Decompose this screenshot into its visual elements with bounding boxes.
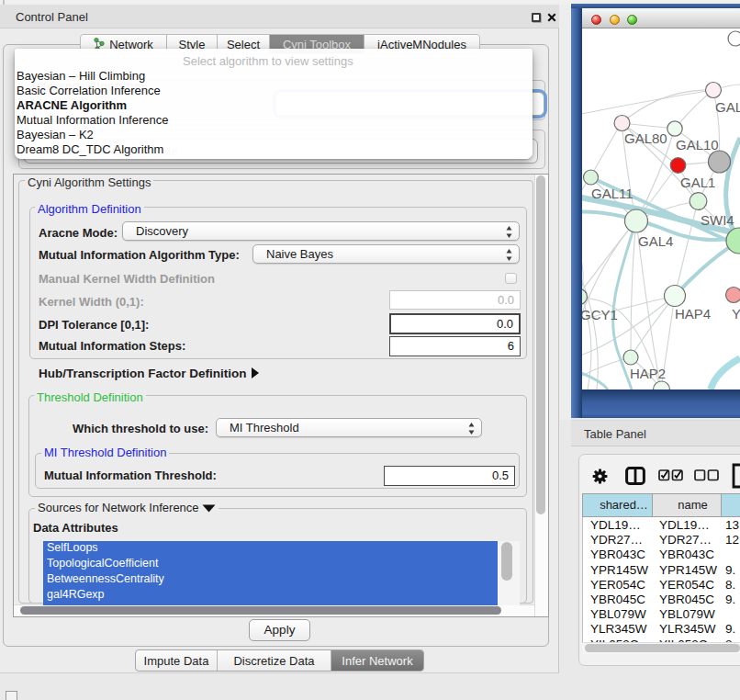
svg-text:GAL2: GAL2 xyxy=(715,99,740,115)
svg-text:SWI4: SWI4 xyxy=(701,212,734,228)
svg-text:HAP2: HAP2 xyxy=(630,366,666,381)
svg-text:Y: Y xyxy=(732,306,740,322)
svg-text:HAP4: HAP4 xyxy=(675,306,711,322)
svg-text:GAL1: GAL1 xyxy=(680,175,715,190)
svg-text:GAL11: GAL11 xyxy=(591,186,633,201)
svg-text:GAL80: GAL80 xyxy=(624,130,667,146)
svg-text:GCY1: GCY1 xyxy=(582,307,618,322)
svg-text:GAL4: GAL4 xyxy=(638,233,673,249)
svg-text:GAL10: GAL10 xyxy=(676,137,719,152)
